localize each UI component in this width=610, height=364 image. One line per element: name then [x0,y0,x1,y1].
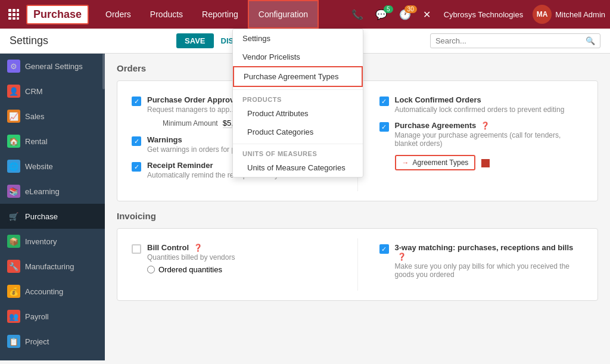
manufacturing-icon: 🔧 [7,260,20,273]
invoicing-left-col: Bill Control ❓ Quantities billed by vend… [127,238,341,291]
dropdown-uom-section: Units of Measures [233,147,363,158]
sidebar-item-project[interactable]: 📋 Project [0,329,105,354]
three-way-matching-content: 3-way matching: purchases, receptions an… [395,243,584,279]
sidebar-item-crm[interactable]: 👤 CRM [0,79,105,104]
three-way-matching-desc: Make sure you only pay bills for which y… [395,262,584,279]
sidebar-label-website: Website [25,162,53,171]
bill-control-desc: Quantities billed by vendors [147,253,235,262]
receipt-reminder-checkbox[interactable] [132,162,141,172]
crm-icon: 👤 [7,85,20,98]
purchase-agreements-checkbox[interactable] [379,122,389,132]
sidebar-label-general-settings: General Settings [25,62,83,71]
sidebar-label-manufacturing: Manufacturing [25,262,74,271]
apps-icon[interactable] [5,9,23,20]
configuration-dropdown: Settings Vendor Pricelists Purchase Agre… [232,29,363,178]
svg-rect-0 [8,9,11,12]
invoicing-settings-card: Bill Control ❓ Quantities billed by vend… [117,228,598,301]
nav-menu: Orders Products Reporting Configuration [96,0,348,29]
close-icon[interactable]: ✕ [419,7,434,23]
lock-confirmed-orders-checkbox[interactable] [379,97,389,106]
svg-rect-5 [17,13,19,16]
ordered-quantities-radio[interactable] [147,266,155,273]
three-way-matching-checkbox[interactable] [379,244,389,254]
dropdown-vendor-pricelists[interactable]: Vendor Pricelists [233,48,363,66]
lock-confirmed-orders-setting: Lock Confirmed Orders Automatically lock… [379,95,584,114]
bill-control-help-icon[interactable]: ❓ [194,244,203,252]
phone-icon[interactable]: 📞 [348,7,367,23]
dropdown-product-categories[interactable]: Product Categories [233,123,363,141]
nav-brand[interactable]: Purchase [26,5,89,24]
sidebar-item-purchase[interactable]: 🛒 Purchase [0,204,105,229]
sidebar-label-inventory: Inventory [25,237,57,246]
orders-right-col: Lock Confirmed Orders Automatically lock… [375,91,589,191]
sidebar-item-elearning[interactable]: 📚 eLearning [0,179,105,204]
purchase-agreements-content: Purchase Agreements ❓ Manage your purcha… [395,121,584,170]
sidebar-item-manufacturing[interactable]: 🔧 Manufacturing [0,254,105,279]
purchase-order-approval-checkbox[interactable] [132,97,141,106]
svg-rect-8 [17,17,19,20]
nav-right-section: 📞 💬 5 🕐 30 ✕ Cybrosys Technologies MA Mi… [348,5,605,24]
invoicing-right-col: 3-way matching: purchases, receptions an… [375,238,589,291]
company-name: Cybrosys Technologies [444,10,523,19]
sidebar-item-sales[interactable]: 📈 Sales [0,104,105,129]
nav-orders[interactable]: Orders [96,0,141,29]
chat-icon[interactable]: 💬 5 [372,7,391,23]
invoicing-section-title: Invoicing [117,211,598,221]
dropdown-settings[interactable]: Settings [233,29,363,48]
accounting-icon: 💰 [7,285,20,298]
ordered-quantities-label: Ordered quantities [158,265,222,274]
payroll-icon: 👥 [7,310,20,323]
red-square-indicator [481,159,490,167]
clock-icon[interactable]: 🕐 30 [396,7,415,23]
purchase-icon: 🛒 [7,210,20,223]
sidebar-item-payroll[interactable]: 👥 Payroll [0,304,105,329]
top-navigation: Purchase Orders Products Reporting Confi… [0,0,610,29]
sidebar-item-rental[interactable]: 🏠 Rental [0,129,105,154]
purchase-agreements-help-icon[interactable]: ❓ [481,122,490,130]
sidebar-item-inventory[interactable]: 📦 Inventory [0,229,105,254]
invoicing-settings-row: Bill Control ❓ Quantities billed by vend… [127,238,588,291]
dropdown-product-attributes[interactable]: Product Attributes [233,104,363,123]
svg-rect-1 [13,9,15,12]
avatar: MA [533,5,552,24]
svg-rect-7 [13,17,15,20]
agreement-types-row: → Agreement Types [395,151,584,170]
inventory-icon: 📦 [7,235,20,248]
general-settings-icon: ⚙ [7,60,20,73]
elearning-icon: 📚 [7,185,20,198]
search-icon[interactable]: 🔍 [586,36,595,45]
agreement-types-button[interactable]: → Agreement Types [395,155,476,170]
search-box: 🔍 [430,33,600,48]
nav-products[interactable]: Products [141,0,192,29]
warnings-checkbox[interactable] [132,136,141,146]
nav-configuration[interactable]: Configuration [248,0,319,29]
three-way-help-icon[interactable]: ❓ [397,253,406,261]
website-icon: 🌐 [7,160,20,173]
dropdown-purchase-agreement-types[interactable]: Purchase Agreement Types [233,66,363,87]
user-menu[interactable]: MA Mitchell Admin [533,5,605,24]
save-button[interactable]: SAVE [176,33,213,48]
nav-reporting[interactable]: Reporting [192,0,248,29]
sidebar-label-purchase: Purchase [25,212,58,221]
search-input[interactable] [435,36,586,45]
sidebar-item-website[interactable]: 🌐 Website [0,154,105,179]
user-name: Mitchell Admin [555,10,605,19]
sidebar-item-accounting[interactable]: 💰 Accounting [0,279,105,304]
bill-control-setting: Bill Control ❓ Quantities billed by vend… [132,243,336,274]
purchase-agreements-desc: Manage your purchase agreements (call fo… [395,131,584,148]
three-way-matching-title: 3-way matching: purchases, receptions an… [395,243,584,261]
sidebar-label-elearning: eLearning [25,187,60,196]
sidebar-item-general-settings[interactable]: ⚙ General Settings [0,54,105,79]
dropdown-uom-categories[interactable]: Units of Measure Categories [233,158,363,177]
arrow-icon: → [402,158,409,167]
sidebar-label-payroll: Payroll [25,312,49,321]
dropdown-divider-1 [233,89,363,90]
chat-badge: 5 [384,5,393,13]
bill-control-checkbox[interactable] [132,244,141,254]
svg-rect-3 [8,13,11,16]
purchase-agreements-setting: Purchase Agreements ❓ Manage your purcha… [379,121,584,170]
bill-control-title: Bill Control ❓ [147,243,235,252]
svg-rect-6 [8,17,11,20]
lock-confirmed-orders-content: Lock Confirmed Orders Automatically lock… [395,95,565,114]
sidebar-label-project: Project [25,337,49,346]
